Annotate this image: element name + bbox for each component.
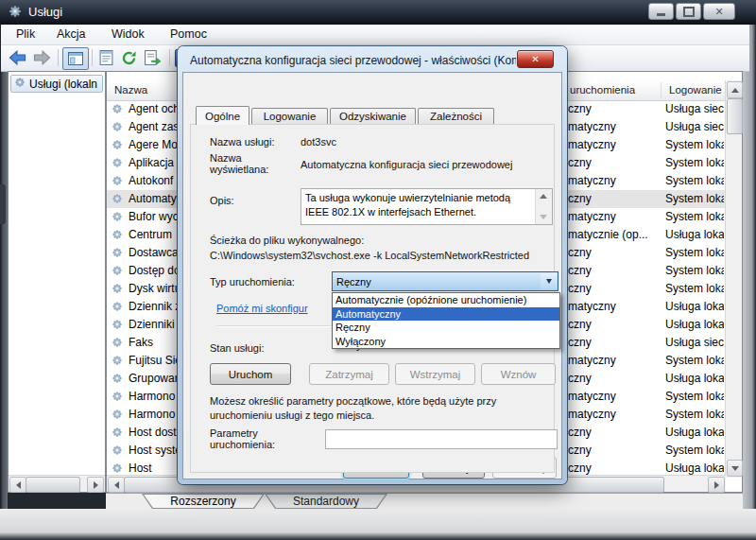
stop-button[interactable]: Zatrzymaj <box>309 363 389 385</box>
service-logon-cell: System loka <box>665 282 724 295</box>
tab-standardowy[interactable]: Standardowy <box>265 494 387 509</box>
scrollbar-thumb[interactable] <box>26 477 80 493</box>
export-list-icon[interactable] <box>143 49 162 66</box>
dropdown-option[interactable]: Ręczny <box>333 321 559 335</box>
forward-icon[interactable] <box>32 49 51 66</box>
menu-akcja[interactable]: Akcja <box>57 27 86 41</box>
service-gear-icon <box>112 283 123 297</box>
close-button[interactable]: ✕ <box>703 3 735 20</box>
description-scrollbar[interactable] <box>535 189 552 224</box>
service-gear-icon <box>112 211 123 225</box>
service-logon-cell: Usługa loka <box>665 372 724 385</box>
refresh-icon[interactable] <box>119 49 138 66</box>
scroll-right-button[interactable] <box>708 477 725 493</box>
back-icon[interactable] <box>8 49 26 66</box>
properties-icon[interactable] <box>96 49 115 66</box>
scroll-right-button[interactable] <box>87 477 104 493</box>
service-logon-cell: System loka <box>665 354 724 367</box>
service-startup-cell: matyczny <box>568 138 662 151</box>
startup-params-label: Parametry uruchomienia: <box>210 427 285 450</box>
tree-horizontal-scrollbar[interactable] <box>9 475 105 492</box>
service-logon-cell: System loka <box>665 408 724 421</box>
service-startup-cell: czny <box>568 426 662 439</box>
combo-dropdown-button[interactable] <box>541 273 557 289</box>
scroll-down-icon[interactable] <box>540 215 547 219</box>
scrollbar-thumb[interactable] <box>727 98 743 134</box>
service-startup-cell: matyczny <box>568 174 662 187</box>
service-startup-cell: czny <box>568 246 662 259</box>
menu-pomoc[interactable]: Pomoc <box>170 27 207 41</box>
service-gear-icon <box>112 139 123 153</box>
tab-zaleznosci[interactable]: Zależności <box>418 108 494 124</box>
service-name-label: Nazwa usługi: <box>210 136 274 148</box>
services-console-window: Usługi ✕ Plik Akcja Widok Pomoc ? <box>0 0 756 540</box>
tab-odzyskiwanie[interactable]: Odzyskiwanie <box>330 108 416 124</box>
startup-params-input[interactable] <box>325 429 558 449</box>
tab-logowanie[interactable]: Logowanie <box>251 108 328 124</box>
help-configure-link[interactable]: Pomóż mi skonfigur <box>216 303 331 314</box>
exe-path-label: Ścieżka do pliku wykonywalnego: <box>210 235 364 246</box>
tab-label: Ogólne <box>205 111 240 122</box>
scroll-up-button[interactable] <box>727 81 743 98</box>
window-edge-grip <box>0 184 6 224</box>
tab-ogolne[interactable]: Ogólne <box>196 106 249 125</box>
service-gear-icon <box>112 301 123 315</box>
menu-widok[interactable]: Widok <box>112 27 145 41</box>
column-header-logon[interactable]: Logowanie <box>669 84 722 96</box>
toolbar-separator <box>169 49 170 66</box>
button-label: Wznów <box>501 369 537 380</box>
minimize-button[interactable] <box>648 3 674 20</box>
scroll-down-button[interactable] <box>727 460 743 477</box>
service-gear-icon <box>112 391 123 405</box>
resume-button[interactable]: Wznów <box>481 363 556 385</box>
show-console-tree-button[interactable] <box>62 47 89 70</box>
description-textbox[interactable]: Ta usługa wykonuje uwierzytelnianie meto… <box>301 188 553 225</box>
tree-item-label: Usługi (lokaln <box>29 78 97 91</box>
service-properties-dialog: Automatyczna konfiguracja sieci przewodo… <box>178 46 567 484</box>
service-startup-cell: czny <box>568 264 662 277</box>
dropdown-option[interactable]: Automatyczny <box>333 307 559 322</box>
tab-label: Logowanie <box>264 111 317 122</box>
service-logon-cell: System loka <box>665 156 724 169</box>
tree-item-services-local[interactable]: Usługi (lokaln <box>10 75 103 93</box>
service-logon-cell: System loka <box>665 174 724 187</box>
service-startup-cell: matyczny <box>568 210 662 223</box>
service-startup-cell: czny <box>568 282 662 295</box>
tab-label: Odzyskiwanie <box>339 111 406 122</box>
button-label: Zatrzymaj <box>325 369 372 380</box>
service-gear-icon <box>112 373 123 387</box>
dropdown-option[interactable]: Wyłączony <box>333 335 559 349</box>
start-button[interactable]: Uruchom <box>210 363 291 385</box>
window-frame-right <box>743 0 756 540</box>
exe-path-value: C:\Windows\system32\svchost.exe -k Local… <box>210 250 556 261</box>
scroll-left-button[interactable] <box>108 477 125 493</box>
service-startup-cell: matycznie (op... <box>568 228 662 241</box>
button-label: Wstrzymaj <box>410 369 461 380</box>
dropdown-option[interactable]: Automatycznie (opóźnione uruchomienie) <box>333 293 559 307</box>
tab-rozszerzony[interactable]: Rozszerzony <box>142 494 265 509</box>
console-tree-pane: Usługi (lokaln <box>8 71 106 493</box>
service-logon-cell: Usługa loka <box>665 318 724 331</box>
scroll-up-icon[interactable] <box>540 194 547 199</box>
list-vertical-scrollbar[interactable] <box>725 80 742 478</box>
window-frame-bottom <box>0 509 756 540</box>
column-header-startup[interactable]: uruchomienia <box>570 84 635 96</box>
service-logon-cell: System loka <box>665 444 724 457</box>
startup-type-dropdown[interactable]: Automatycznie (opóźnione uruchomienie)Au… <box>332 292 560 349</box>
service-gear-icon <box>112 337 123 351</box>
window-title: Usługi <box>28 5 62 19</box>
column-header-name[interactable]: Nazwa <box>114 84 147 96</box>
button-label: Uruchom <box>229 369 273 380</box>
menu-plik[interactable]: Plik <box>16 27 35 41</box>
service-startup-cell: czny <box>568 102 662 115</box>
service-gear-icon <box>112 427 123 441</box>
maximize-button[interactable] <box>676 3 701 20</box>
scroll-left-button[interactable] <box>9 477 26 493</box>
column-separator[interactable] <box>661 82 662 98</box>
pause-button[interactable]: Wstrzymaj <box>395 363 475 385</box>
service-startup-cell: czny <box>568 156 662 169</box>
startup-type-combobox[interactable]: Ręczny <box>332 271 558 291</box>
dialog-close-button[interactable]: ✕ <box>517 50 554 68</box>
service-gear-icon <box>112 409 123 423</box>
titlebar[interactable]: Usługi ✕ <box>0 0 756 25</box>
